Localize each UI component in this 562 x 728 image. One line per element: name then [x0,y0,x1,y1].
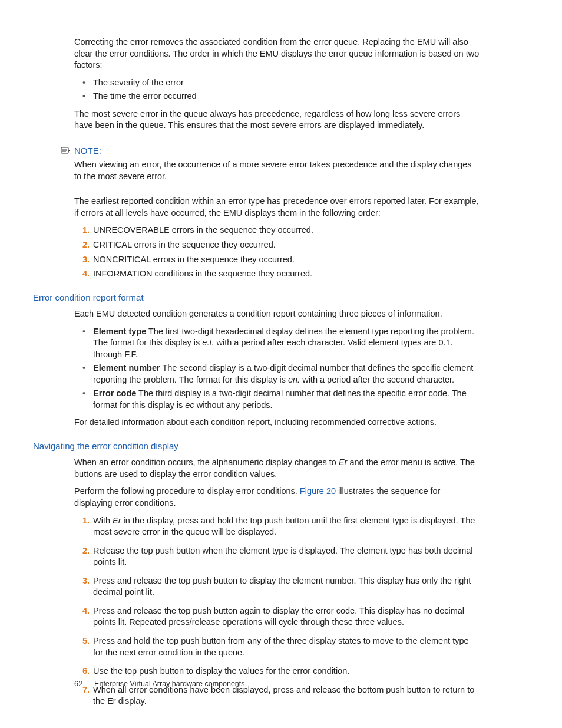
list-item: Element type The first two-digit hexadec… [80,326,480,361]
section-heading: Navigating the error condition display [33,440,480,452]
step-text: With [93,516,113,525]
note-block: NOTE: When viewing an error, the occurre… [60,141,480,187]
step-text: Press and release the top push button ag… [93,606,464,627]
page-footer: 62 Enterprise Virtual Array hardware com… [74,678,245,689]
step-text: Release the top push button when the ele… [93,546,473,567]
step-text: in the display, press and hold the top p… [93,516,475,537]
item-code: e.t. [202,338,214,347]
note-body: When viewing an error, the occurrence of… [74,159,480,182]
paragraph: Perform the following procedure to displ… [74,486,480,509]
list-item: Press and release the top push button to… [74,575,480,598]
item-label: Error code [93,388,136,398]
page-number: 62 [74,679,82,688]
document-page: Correcting the error removes the associa… [0,0,562,728]
list-item: Press and release the top push button ag… [74,605,480,628]
inline-code: Er [113,516,121,525]
list-item: Press and hold the top push button from … [74,635,480,658]
text: Perform the following procedure to displ… [74,486,300,496]
step-text: Press and hold the top push button from … [93,636,469,657]
inline-code: Er [339,457,348,467]
item-label: Element type [93,327,146,336]
element-list: Element type The first two-digit hexadec… [80,326,480,411]
paragraph: Each EMU detected condition generates a … [74,308,480,320]
list-item: CRITICAL errors in the sequence they occ… [74,239,480,251]
paragraph: The most severe error in the queue alway… [74,108,480,131]
paragraph: Correcting the error removes the associa… [74,37,480,71]
text: When an error condition occurs, the alph… [74,457,339,467]
step-text: Use the top push button to display the v… [93,666,349,676]
list-item: NONCRITICAL errors in the sequence they … [74,254,480,266]
factor-list: The severity of the error The time the e… [80,77,480,103]
item-label: Element number [93,363,160,373]
precedence-list: UNRECOVERABLE errors in the sequence the… [74,225,480,279]
list-item: UNRECOVERABLE errors in the sequence the… [74,225,480,236]
item-text: The third display is a two-digit decimal… [93,388,467,410]
paragraph: For detailed information about each cond… [74,417,480,429]
item-code: ec [185,400,194,410]
list-item: The severity of the error [80,77,480,89]
list-item: Release the top push button when the ele… [74,545,480,568]
list-item: Use the top push button to display the v… [74,666,480,677]
item-code: en. [288,375,300,384]
note-icon [60,146,71,154]
list-item: With Er in the display, press and hold t… [74,515,480,538]
paragraph: When an error condition occurs, the alph… [74,457,480,480]
section-heading: Error condition report format [33,292,480,304]
list-item: Error code The third display is a two-di… [80,388,480,411]
step-text: Press and release the top push button to… [93,576,471,597]
footer-title: Enterprise Virtual Array hardware compon… [94,680,244,688]
note-label: NOTE: [74,145,101,157]
list-item: INFORMATION conditions in the sequence t… [74,268,480,280]
item-text: with a period after the second character… [300,375,454,384]
list-item: Element number The second display is a t… [80,363,480,386]
figure-link[interactable]: Figure 20 [300,486,336,496]
list-item: The time the error occurred [80,91,480,103]
item-text: without any periods. [194,400,273,410]
paragraph: The earliest reported condition within a… [74,196,480,219]
